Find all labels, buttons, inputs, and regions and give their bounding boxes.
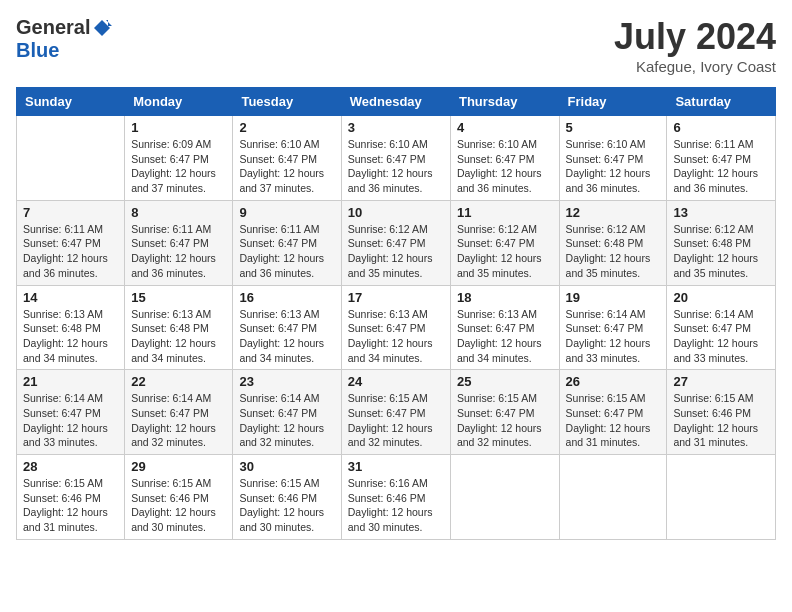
calendar-cell: 24Sunrise: 6:15 AM Sunset: 6:47 PM Dayli…: [341, 370, 450, 455]
calendar-header-friday: Friday: [559, 88, 667, 116]
calendar-cell: 10Sunrise: 6:12 AM Sunset: 6:47 PM Dayli…: [341, 200, 450, 285]
day-info: Sunrise: 6:14 AM Sunset: 6:47 PM Dayligh…: [239, 391, 334, 450]
calendar-header-thursday: Thursday: [450, 88, 559, 116]
calendar-cell: 17Sunrise: 6:13 AM Sunset: 6:47 PM Dayli…: [341, 285, 450, 370]
day-number: 6: [673, 120, 769, 135]
day-number: 20: [673, 290, 769, 305]
day-info: Sunrise: 6:12 AM Sunset: 6:48 PM Dayligh…: [673, 222, 769, 281]
day-info: Sunrise: 6:11 AM Sunset: 6:47 PM Dayligh…: [131, 222, 226, 281]
day-number: 28: [23, 459, 118, 474]
calendar-cell: 3Sunrise: 6:10 AM Sunset: 6:47 PM Daylig…: [341, 116, 450, 201]
day-number: 25: [457, 374, 553, 389]
calendar-header-tuesday: Tuesday: [233, 88, 341, 116]
calendar-cell: 22Sunrise: 6:14 AM Sunset: 6:47 PM Dayli…: [125, 370, 233, 455]
day-info: Sunrise: 6:11 AM Sunset: 6:47 PM Dayligh…: [23, 222, 118, 281]
day-info: Sunrise: 6:12 AM Sunset: 6:47 PM Dayligh…: [348, 222, 444, 281]
calendar-cell: 29Sunrise: 6:15 AM Sunset: 6:46 PM Dayli…: [125, 455, 233, 540]
month-title: July 2024: [614, 16, 776, 58]
calendar-week-row: 7Sunrise: 6:11 AM Sunset: 6:47 PM Daylig…: [17, 200, 776, 285]
calendar-cell: 14Sunrise: 6:13 AM Sunset: 6:48 PM Dayli…: [17, 285, 125, 370]
day-info: Sunrise: 6:14 AM Sunset: 6:47 PM Dayligh…: [566, 307, 661, 366]
calendar-cell: 5Sunrise: 6:10 AM Sunset: 6:47 PM Daylig…: [559, 116, 667, 201]
logo-general-text: General: [16, 16, 90, 39]
logo: General Blue: [16, 16, 112, 62]
day-info: Sunrise: 6:15 AM Sunset: 6:47 PM Dayligh…: [457, 391, 553, 450]
calendar-cell: 21Sunrise: 6:14 AM Sunset: 6:47 PM Dayli…: [17, 370, 125, 455]
day-number: 21: [23, 374, 118, 389]
day-number: 26: [566, 374, 661, 389]
calendar-cell: [559, 455, 667, 540]
calendar-cell: 28Sunrise: 6:15 AM Sunset: 6:46 PM Dayli…: [17, 455, 125, 540]
day-number: 17: [348, 290, 444, 305]
day-number: 5: [566, 120, 661, 135]
calendar-week-row: 28Sunrise: 6:15 AM Sunset: 6:46 PM Dayli…: [17, 455, 776, 540]
day-info: Sunrise: 6:09 AM Sunset: 6:47 PM Dayligh…: [131, 137, 226, 196]
day-info: Sunrise: 6:13 AM Sunset: 6:48 PM Dayligh…: [23, 307, 118, 366]
calendar-table: SundayMondayTuesdayWednesdayThursdayFrid…: [16, 87, 776, 540]
day-info: Sunrise: 6:11 AM Sunset: 6:47 PM Dayligh…: [239, 222, 334, 281]
day-info: Sunrise: 6:13 AM Sunset: 6:48 PM Dayligh…: [131, 307, 226, 366]
calendar-header-wednesday: Wednesday: [341, 88, 450, 116]
day-info: Sunrise: 6:13 AM Sunset: 6:47 PM Dayligh…: [457, 307, 553, 366]
calendar-header-saturday: Saturday: [667, 88, 776, 116]
day-number: 24: [348, 374, 444, 389]
calendar-cell: 7Sunrise: 6:11 AM Sunset: 6:47 PM Daylig…: [17, 200, 125, 285]
calendar-cell: 25Sunrise: 6:15 AM Sunset: 6:47 PM Dayli…: [450, 370, 559, 455]
calendar-cell: 6Sunrise: 6:11 AM Sunset: 6:47 PM Daylig…: [667, 116, 776, 201]
day-number: 4: [457, 120, 553, 135]
day-number: 8: [131, 205, 226, 220]
calendar-cell: [17, 116, 125, 201]
day-number: 27: [673, 374, 769, 389]
day-number: 19: [566, 290, 661, 305]
day-info: Sunrise: 6:15 AM Sunset: 6:46 PM Dayligh…: [239, 476, 334, 535]
svg-marker-0: [94, 20, 110, 36]
location-text: Kafegue, Ivory Coast: [614, 58, 776, 75]
title-block: July 2024 Kafegue, Ivory Coast: [614, 16, 776, 75]
calendar-cell: 1Sunrise: 6:09 AM Sunset: 6:47 PM Daylig…: [125, 116, 233, 201]
day-number: 12: [566, 205, 661, 220]
day-info: Sunrise: 6:10 AM Sunset: 6:47 PM Dayligh…: [566, 137, 661, 196]
calendar-cell: 26Sunrise: 6:15 AM Sunset: 6:47 PM Dayli…: [559, 370, 667, 455]
calendar-header-sunday: Sunday: [17, 88, 125, 116]
calendar-cell: 4Sunrise: 6:10 AM Sunset: 6:47 PM Daylig…: [450, 116, 559, 201]
day-info: Sunrise: 6:11 AM Sunset: 6:47 PM Dayligh…: [673, 137, 769, 196]
calendar-cell: 19Sunrise: 6:14 AM Sunset: 6:47 PM Dayli…: [559, 285, 667, 370]
day-number: 9: [239, 205, 334, 220]
day-number: 1: [131, 120, 226, 135]
day-number: 10: [348, 205, 444, 220]
calendar-cell: [450, 455, 559, 540]
calendar-cell: 11Sunrise: 6:12 AM Sunset: 6:47 PM Dayli…: [450, 200, 559, 285]
day-info: Sunrise: 6:15 AM Sunset: 6:46 PM Dayligh…: [131, 476, 226, 535]
day-number: 18: [457, 290, 553, 305]
day-number: 7: [23, 205, 118, 220]
day-info: Sunrise: 6:15 AM Sunset: 6:46 PM Dayligh…: [23, 476, 118, 535]
day-info: Sunrise: 6:12 AM Sunset: 6:48 PM Dayligh…: [566, 222, 661, 281]
calendar-cell: 16Sunrise: 6:13 AM Sunset: 6:47 PM Dayli…: [233, 285, 341, 370]
day-number: 22: [131, 374, 226, 389]
calendar-header-monday: Monday: [125, 88, 233, 116]
day-info: Sunrise: 6:12 AM Sunset: 6:47 PM Dayligh…: [457, 222, 553, 281]
calendar-week-row: 1Sunrise: 6:09 AM Sunset: 6:47 PM Daylig…: [17, 116, 776, 201]
day-info: Sunrise: 6:16 AM Sunset: 6:46 PM Dayligh…: [348, 476, 444, 535]
day-info: Sunrise: 6:14 AM Sunset: 6:47 PM Dayligh…: [131, 391, 226, 450]
calendar-cell: 23Sunrise: 6:14 AM Sunset: 6:47 PM Dayli…: [233, 370, 341, 455]
day-info: Sunrise: 6:14 AM Sunset: 6:47 PM Dayligh…: [23, 391, 118, 450]
calendar-cell: 20Sunrise: 6:14 AM Sunset: 6:47 PM Dayli…: [667, 285, 776, 370]
day-number: 15: [131, 290, 226, 305]
day-number: 23: [239, 374, 334, 389]
calendar-cell: 12Sunrise: 6:12 AM Sunset: 6:48 PM Dayli…: [559, 200, 667, 285]
calendar-cell: [667, 455, 776, 540]
day-number: 3: [348, 120, 444, 135]
day-info: Sunrise: 6:15 AM Sunset: 6:47 PM Dayligh…: [348, 391, 444, 450]
calendar-week-row: 14Sunrise: 6:13 AM Sunset: 6:48 PM Dayli…: [17, 285, 776, 370]
day-number: 29: [131, 459, 226, 474]
calendar-cell: 2Sunrise: 6:10 AM Sunset: 6:47 PM Daylig…: [233, 116, 341, 201]
calendar-cell: 18Sunrise: 6:13 AM Sunset: 6:47 PM Dayli…: [450, 285, 559, 370]
day-number: 13: [673, 205, 769, 220]
calendar-cell: 8Sunrise: 6:11 AM Sunset: 6:47 PM Daylig…: [125, 200, 233, 285]
day-info: Sunrise: 6:10 AM Sunset: 6:47 PM Dayligh…: [239, 137, 334, 196]
day-number: 2: [239, 120, 334, 135]
day-number: 14: [23, 290, 118, 305]
day-info: Sunrise: 6:10 AM Sunset: 6:47 PM Dayligh…: [348, 137, 444, 196]
day-info: Sunrise: 6:15 AM Sunset: 6:47 PM Dayligh…: [566, 391, 661, 450]
